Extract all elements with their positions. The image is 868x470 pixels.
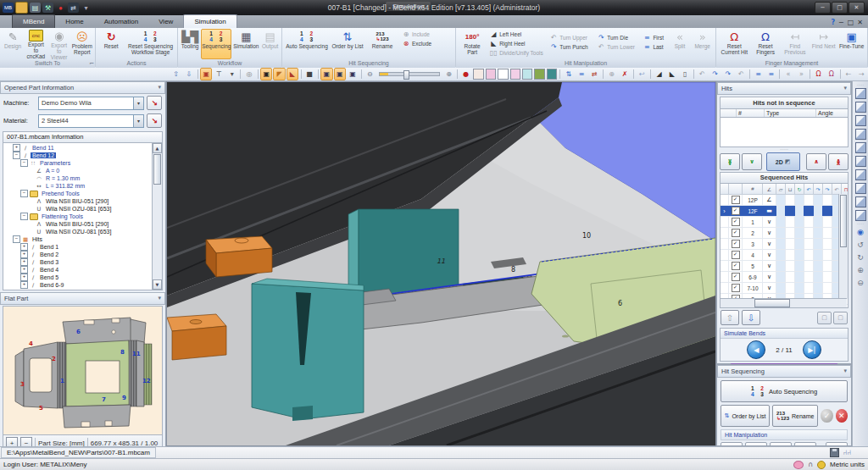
hit-option-cell[interactable]	[804, 228, 814, 238]
tab-view[interactable]: View	[148, 15, 183, 28]
tree-item[interactable]: −Flattening Tools	[3, 213, 162, 220]
hit-checkbox[interactable]: ✓	[732, 284, 740, 292]
show-part-icon[interactable]: ▣	[260, 68, 272, 80]
help-icon[interactable]: ?	[831, 19, 835, 26]
rename-hits-icon[interactable]: ⇄	[588, 68, 600, 80]
sequenced-hit-row[interactable]: ✓6-9∨⊓	[721, 272, 848, 283]
hit-option-cell[interactable]	[814, 228, 823, 238]
open-file-icon[interactable]	[15, 2, 28, 14]
auto-sequencing-panel-button[interactable]: 1243 Auto Sequencing	[721, 380, 848, 402]
hit-option-cell[interactable]	[795, 261, 804, 271]
zoom-in-view-icon[interactable]: ⊕	[855, 264, 866, 275]
color-swatch[interactable]	[522, 69, 532, 80]
export-icon[interactable]: ▤	[30, 3, 41, 13]
tree-item[interactable]: −▦Hits	[3, 235, 162, 243]
tree-item[interactable]: +∕Bend 2	[3, 251, 162, 258]
reset-button[interactable]: ↻Reset	[97, 29, 125, 59]
hit-option-cell[interactable]	[814, 261, 823, 271]
tools-icon[interactable]: ⚒	[42, 3, 53, 13]
divide-unify-button[interactable]: ▯▯Divide/Unify Tools	[487, 48, 547, 58]
ribbon-minimize-icon[interactable]: −	[838, 19, 844, 26]
row-selector[interactable]	[721, 239, 729, 249]
hit-option-cell[interactable]	[776, 195, 786, 205]
rotate-view-icon[interactable]: ↺	[855, 239, 866, 250]
close-button[interactable]: ✕	[849, 2, 865, 14]
zoom-out-icon[interactable]: ⊖	[364, 68, 376, 80]
hit-option-cell[interactable]	[776, 228, 786, 238]
sequenced-scrollbar-vertical[interactable]	[838, 194, 848, 299]
hit-checkbox[interactable]: ✓	[732, 251, 740, 259]
hit-checkbox[interactable]: ✓	[732, 262, 740, 270]
first-hit-icon[interactable]: ≡	[752, 68, 764, 80]
hit-option-cell[interactable]	[795, 217, 804, 227]
chevron-down-icon[interactable]: ▾	[133, 97, 143, 109]
hit-checkbox[interactable]: ✓	[732, 218, 740, 226]
zoom-out-view-icon[interactable]: ⊖	[855, 277, 866, 288]
hit-option-cell[interactable]	[786, 239, 795, 249]
include-button[interactable]: ⊕Include	[400, 30, 433, 39]
row-selector[interactable]	[721, 217, 729, 227]
tree-expander-icon[interactable]: +	[20, 258, 28, 266]
tab-mbend[interactable]: MBend	[12, 14, 55, 28]
merge-hits-icon[interactable]: »	[795, 68, 807, 80]
hit-option-cell[interactable]	[795, 228, 804, 238]
hit-option-cell[interactable]	[823, 239, 832, 249]
tree-item[interactable]: +∕Bend 5	[3, 274, 162, 281]
hit-option-cell[interactable]	[823, 272, 832, 282]
turn-punch-icon[interactable]: ↷	[709, 68, 721, 80]
zoom-slider[interactable]	[379, 72, 440, 76]
headset-icon[interactable]: ∩	[808, 461, 813, 468]
maximize-button[interactable]: □	[832, 2, 848, 14]
order-by-list-icon[interactable]: ≡	[576, 68, 587, 80]
hit-option-cell[interactable]	[823, 250, 832, 260]
ribbon-restore-icon[interactable]: □	[848, 19, 854, 26]
sequencing-button[interactable]: 1243Sequencing	[201, 29, 231, 59]
turn-die-icon[interactable]: ↷	[722, 68, 734, 80]
move-hit-up-button[interactable]: ⇧	[721, 310, 739, 325]
hit-option-cell[interactable]	[814, 217, 823, 227]
find-next-icon[interactable]: →	[855, 68, 867, 80]
reset-sequencing-workflow-button[interactable]: 1243Reset Sequencing Workflow Stage	[125, 29, 175, 59]
view-iso-3-icon[interactable]	[855, 196, 866, 207]
next-bend-button[interactable]: ▶|	[803, 340, 821, 359]
tree-item[interactable]: ΛWila NSII BIU-051 [290]	[3, 220, 162, 228]
chevron-down-icon[interactable]: ▾	[133, 115, 143, 127]
send-all-down-button[interactable]: ∨∨	[720, 153, 740, 170]
sequenced-hit-row[interactable]: ✓3∨	[721, 239, 848, 250]
hit-option-cell[interactable]	[823, 206, 832, 216]
toolbar-grip[interactable]: ·····	[857, 222, 864, 225]
hit-option-cell[interactable]	[795, 250, 804, 260]
users-icon[interactable]: ⑁⑁	[843, 449, 851, 456]
pan-view-icon[interactable]: ↻	[855, 252, 866, 263]
order-by-list-panel-button[interactable]: ⇅Order by List	[721, 405, 770, 427]
hit-option-cell[interactable]	[786, 206, 795, 216]
hit-option-cell[interactable]	[804, 206, 814, 216]
tab-automation[interactable]: Automation	[94, 15, 148, 28]
sequenced-hit-row[interactable]: ✓4∨	[721, 250, 848, 261]
hit-option-cell[interactable]	[804, 195, 814, 205]
sequenced-hit-row[interactable]: ›✓12F▬	[721, 206, 848, 217]
window-layout-3-icon[interactable]: ▣	[347, 68, 359, 80]
machine-select[interactable]: Demo Demo Wila▾	[38, 97, 144, 110]
row-selector[interactable]: ›	[721, 206, 729, 216]
hit-option-cell[interactable]	[814, 250, 823, 260]
tree-expander-icon[interactable]: −	[20, 159, 28, 167]
qat-dropdown-icon[interactable]: ▾	[81, 3, 92, 13]
hit-option-cell[interactable]	[795, 206, 804, 216]
reset-current-hit-button[interactable]: ΩReset Current Hit	[718, 29, 751, 59]
first-button[interactable]: ≡First	[641, 33, 668, 42]
hit-checkbox[interactable]: ✓	[732, 196, 740, 204]
fine-tune-button[interactable]: ▣Fine-Tune	[837, 29, 865, 59]
show-upper-tool-icon[interactable]: ⇧	[170, 68, 182, 80]
hit-option-cell[interactable]	[776, 250, 786, 260]
hit-option-cell[interactable]	[786, 283, 795, 293]
color-swatch[interactable]	[510, 69, 520, 80]
view-iso-4-icon[interactable]	[855, 210, 866, 221]
clear-selection-button[interactable]: ▢	[833, 312, 848, 324]
hit-checkbox[interactable]: ✓	[732, 240, 740, 248]
exclude-button[interactable]: ⊗Exclude	[400, 39, 433, 48]
send-down-button[interactable]: ∨	[742, 153, 762, 170]
tree-expander-icon[interactable]: +	[13, 144, 20, 152]
punch-holder-view-icon[interactable]: ⊤	[213, 68, 225, 80]
left-heel-button[interactable]: ◢Left Heel	[487, 30, 547, 39]
